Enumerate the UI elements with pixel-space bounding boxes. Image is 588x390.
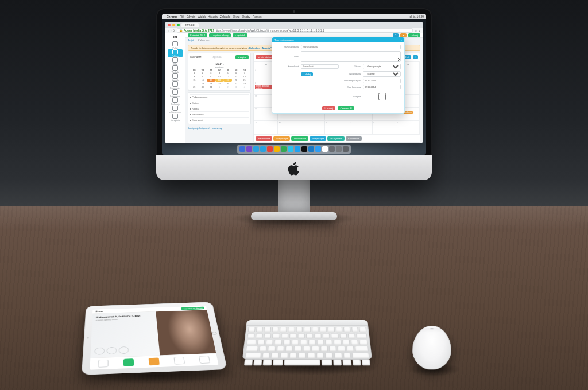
dock-app-icon[interactable] [308,146,314,152]
feature-icon [199,356,210,364]
window-close-icon[interactable] [168,24,171,26]
dock-app-icon[interactable] [322,146,328,152]
window-max-icon[interactable] [177,24,180,26]
feature-icon [98,360,109,368]
sidebar-item-narzędzia[interactable]: Narzędzia [168,114,183,122]
dock-app-icon[interactable] [301,146,307,152]
bookmark-icon[interactable]: ☆ [415,29,417,32]
ipad-hero-image [156,310,216,355]
nav-fwd-icon[interactable]: › [171,29,172,32]
window-min-icon[interactable] [172,24,175,26]
mini-calendar[interactable]: ‹ 2014 › grudzień pnwtśrczptsond12345678… [188,61,250,90]
sidebar-item-deklaracje[interactable]: Deklaracje [168,98,183,106]
cal-next-button[interactable]: › [413,55,418,59]
modal-submit-button[interactable]: ✓ zatwierdź [338,106,354,110]
priority-checkbox[interactable] [365,93,399,100]
filter-panel: ▸ Podsumowanie▸ Status▸ Rodzaj▸ Właściwo… [188,92,251,124]
ipad-subhead: w jednej aplikacji online [96,318,153,321]
create-task-modal: Tworzenie zadania × Nazwa zadania Opis K… [272,37,405,114]
task-name-input[interactable] [301,45,401,49]
feature-icon [174,357,185,365]
dock-app-icon[interactable] [281,146,287,152]
sidebar-icon [172,81,178,87]
sidebar-item-crm[interactable]: CRM [168,57,183,65]
sidebar-item-pracownicy[interactable]: Pracownicy [168,81,183,89]
dock-app-icon[interactable] [239,146,245,152]
end-date-input[interactable] [363,85,401,89]
imac: Chrome Plik Edycja Widok Historia Zakład… [156,8,432,209]
ipad-site-logo[interactable]: ifirma [95,310,103,313]
legend-pill: Rozpoczęte [310,136,326,141]
tab-agenda[interactable]: agenda [213,56,234,58]
alert-link[interactable]: „Kalendarz i Agenda” [248,46,272,49]
status-select[interactable]: Nierozpoczęte [363,64,401,69]
dock-app-icon[interactable] [260,146,266,152]
browser-window: ifirma.pl ‹ › ⟳ 🔒 Power Media S.A. [PL] … [165,22,423,143]
modal-close-icon[interactable]: × [401,38,402,41]
ipad-cta-button[interactable]: wypróbuj za darmo [181,306,204,310]
add-cost-button[interactable]: + wydatek [233,33,247,37]
sidebar-item-faktury[interactable]: Faktury [168,49,183,57]
dock-app-icon[interactable] [329,146,335,152]
sidebar-icon [172,98,178,103]
filter-status[interactable]: ▸ Status [190,100,249,106]
start-date-input[interactable] [363,79,401,83]
legend-pill: Rozpoczęte [273,136,290,141]
config-link[interactable]: konfiguruj dostępność [188,127,210,130]
dock-app-icon[interactable] [336,146,342,152]
legend-pill: Niezrobione [256,136,272,141]
add-new-button[interactable]: + dodaj [408,33,420,37]
sidebar-item-księgowość[interactable]: Księgowość [168,89,183,98]
apple-logo-icon [288,162,300,176]
dock-app-icon[interactable] [274,146,280,152]
browser-tab[interactable]: ifirma.pl [181,23,199,27]
dock-app-icon[interactable] [288,146,293,152]
ipad-camera [87,337,88,338]
modal-add-button[interactable]: + dodaj [301,72,313,76]
address-bar[interactable]: 🔒 Power Media S.A. [PL] https://www.ifir… [177,28,413,33]
subscribe-link[interactable]: zapisz się [212,127,222,130]
add-invoice-button[interactable]: + wystaw fakturę [209,33,231,37]
filter-właściwość[interactable]: ▸ Właściwość [190,111,249,117]
sidebar-icon [172,89,178,95]
filter-rodzaj[interactable]: ▸ Rodzaj [190,106,249,111]
sidebar-icon [172,41,178,46]
menubar-app[interactable]: Chrome [167,15,177,18]
dock-app-icon[interactable] [343,146,349,152]
sidebar-item-wydatki[interactable]: Wydatki [168,65,183,73]
sidebar-item-pulpit[interactable]: Pulpit [168,41,183,49]
imac-camera [293,10,295,13]
dock-app-icon[interactable] [253,146,259,152]
sidebar-icon [172,114,178,119]
sidebar-icon [172,106,178,111]
app-sidebar: IFI PulpitFakturyCRMWydatkiMajątekPracow… [165,33,185,143]
calendar-legend: NiezrobioneRozpoczęteZakończoneRozpoczęt… [254,134,420,142]
dock-app-icon[interactable] [267,146,273,152]
sidebar-item-e-commerce[interactable]: e-Commerce [168,106,183,114]
nav-back-icon[interactable]: ‹ [168,29,169,32]
period-pill[interactable]: Kwiecień 2014 [188,33,207,37]
filter-kontrahent[interactable]: ▸ Kontrahent [190,117,249,123]
dock-app-icon[interactable] [295,146,300,152]
modal-title: Tworzenie zadania [274,38,293,41]
nav-reload-icon[interactable]: ⟳ [173,29,175,32]
sidebar-item-majątek[interactable]: Majątek [168,73,183,81]
ipad: ifirma wypróbuj za darmo Księgowość, fak… [82,302,227,375]
browser-menu-icon[interactable]: ≡ [419,29,420,32]
mini-add-button[interactable]: + zapisz [235,55,249,59]
mac-dock[interactable] [237,145,351,154]
modal-cancel-button[interactable]: ✕ anuluj [322,106,335,110]
tab-calendar[interactable]: kalendarz [190,56,211,58]
dock-app-icon[interactable] [246,146,252,152]
ipad-home-button[interactable] [211,332,217,335]
app-logo[interactable]: IFI [173,36,177,39]
task-desc-input[interactable] [301,51,401,62]
sidebar-icon [172,57,178,63]
type-select[interactable]: Zadanie [363,71,401,77]
contractor-input[interactable] [301,64,339,69]
dock-app-icon[interactable] [315,146,321,152]
lock-icon: 🔒 [179,29,183,32]
legend-pill: Zakończone [291,136,308,141]
mac-menubar[interactable]: Chrome Plik Edycja Widok Historia Zakład… [162,14,426,20]
filter-podsumowanie[interactable]: ▸ Podsumowanie [190,94,249,100]
